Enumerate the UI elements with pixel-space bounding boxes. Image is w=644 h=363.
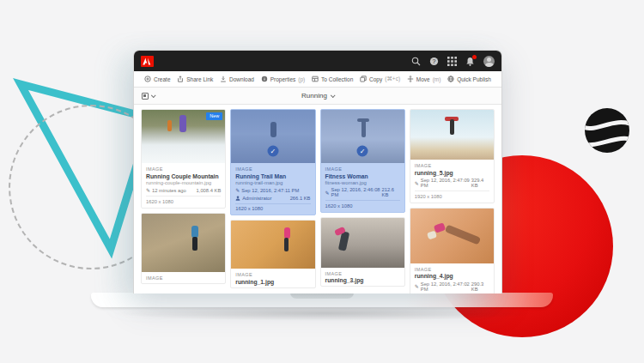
thumbnail-image: ✓ <box>231 110 314 163</box>
thumbnail-image: New <box>142 110 225 163</box>
selected-check-icon[interactable]: ✓ <box>357 146 368 157</box>
asset-title: Running Couple Mountain <box>146 173 221 179</box>
notifications-bell[interactable] <box>465 57 475 66</box>
asset-grid: New IMAGE Running Couple Mountain runnin… <box>134 105 501 293</box>
thumbnail-image <box>410 209 494 263</box>
new-badge: New <box>206 112 222 120</box>
grid-column: ✓ IMAGE Fitness Woman fitness-woman.jpg … <box>320 109 405 287</box>
card-view-icon <box>142 93 149 100</box>
thumbnail-image <box>410 110 494 160</box>
asset-title: Fitness Woman <box>325 173 400 179</box>
share-link-button[interactable]: Share Link <box>177 76 213 82</box>
asset-modified: Sep 12, 2016, 2:47:02 PM <box>421 281 471 292</box>
collection-title-dropdown[interactable]: Running <box>301 92 334 100</box>
laptop-notch <box>290 293 354 299</box>
asset-title: running_3.jpg <box>325 277 400 283</box>
asset-type-label: IMAGE <box>325 166 400 172</box>
asset-modified: Sep 12, 2016, 2:47:09 PM <box>421 178 471 188</box>
user-avatar[interactable] <box>483 56 495 67</box>
edit-icon: ✎ <box>415 180 419 186</box>
asset-type-label: IMAGE <box>415 163 489 168</box>
asset-dimensions: 1620 x 1080 <box>325 203 400 209</box>
share-icon <box>177 76 184 82</box>
copy-icon <box>360 76 367 82</box>
create-button[interactable]: Create <box>144 76 171 82</box>
app-topbar: ? <box>134 51 501 71</box>
asset-size: 1,008.4 KB <box>197 188 222 193</box>
laptop-base <box>91 293 553 307</box>
asset-title: running_1.jpg <box>235 279 310 285</box>
create-icon <box>144 76 151 82</box>
asset-title: running_4.jpg <box>415 273 489 279</box>
asset-card-running-4[interactable]: IMAGE running_4.jpg ✎Sep 12, 2016, 2:47:… <box>410 208 495 294</box>
asset-size: 329.4 KB <box>471 178 489 188</box>
selected-check-icon[interactable]: ✓ <box>267 146 278 157</box>
asset-type-label: IMAGE <box>325 271 400 276</box>
asset-type-label: IMAGE <box>235 166 310 172</box>
asset-filename: fitness-woman.jpg <box>325 180 400 185</box>
chevron-down-icon <box>151 93 156 98</box>
asset-card-fitness-woman[interactable]: ✓ IMAGE Fitness Woman fitness-woman.jpg … <box>320 109 405 213</box>
edit-icon: ✎ <box>146 187 150 193</box>
notification-badge <box>472 55 477 59</box>
collection-icon <box>312 76 319 82</box>
move-button[interactable]: Move (m) <box>407 76 441 82</box>
aem-assets-window: ? Create Share Link Download Properties … <box>133 50 502 293</box>
thumbnail-image <box>142 214 225 272</box>
asset-card[interactable]: IMAGE <box>141 213 226 284</box>
view-switcher[interactable] <box>142 93 155 100</box>
brand-mark-logo <box>583 106 631 154</box>
copy-button[interactable]: Copy (⌘+c) <box>360 76 400 82</box>
info-icon <box>261 76 268 82</box>
asset-action-toolbar: Create Share Link Download Properties (p… <box>134 71 501 88</box>
laptop-shadow <box>110 306 539 321</box>
thumbnail-image: ✓ <box>321 110 404 163</box>
asset-modified: Sep 12, 2016, 2:47:11 PM <box>241 188 299 193</box>
asset-title: running_5.jpg <box>415 170 489 176</box>
asset-modified: 12 minutes ago <box>152 188 186 193</box>
asset-dimensions: 1620 x 1080 <box>146 199 221 205</box>
asset-type-label: IMAGE <box>146 166 221 172</box>
asset-modified: Sep 12, 2016, 2:46:08 PM <box>331 187 382 197</box>
edit-icon: ✎ <box>325 190 330 196</box>
asset-card-running-trail-man[interactable]: ✓ IMAGE Running Trail Man running-trail-… <box>230 109 315 215</box>
asset-filename: running-trail-man.jpg <box>235 180 310 185</box>
download-button[interactable]: Download <box>220 76 254 82</box>
download-icon <box>220 76 227 82</box>
app-grid-icon[interactable] <box>447 57 457 66</box>
asset-dimensions: 1620 x 1080 <box>235 206 310 212</box>
properties-button[interactable]: Properties (p) <box>261 76 306 82</box>
move-icon <box>407 76 414 82</box>
thumbnail-image <box>321 218 404 268</box>
asset-author: Administrator <box>242 196 271 201</box>
grid-column: New IMAGE Running Couple Mountain runnin… <box>141 109 226 284</box>
asset-dimensions: 1920 x 1080 <box>415 194 489 200</box>
thumbnail-image <box>231 221 314 269</box>
adobe-logo-icon[interactable] <box>141 56 154 67</box>
globe-icon <box>447 76 454 82</box>
asset-size: 266.1 KB <box>290 196 311 201</box>
grid-column: IMAGE running_5.jpg ✎Sep 12, 2016, 2:47:… <box>410 109 495 293</box>
edit-icon: ✎ <box>415 283 419 289</box>
edit-icon: ✎ <box>235 187 240 193</box>
quick-publish-button[interactable]: Quick Publish <box>447 76 491 82</box>
help-icon[interactable]: ? <box>429 57 439 66</box>
asset-size: 290.3 KB <box>471 281 489 292</box>
chevron-down-icon <box>331 93 336 98</box>
svg-text:?: ? <box>433 58 436 64</box>
asset-type-label: IMAGE <box>146 275 221 281</box>
asset-filename: running-couple-mountain.jpg <box>146 180 221 185</box>
asset-card-running-couple-mountain[interactable]: New IMAGE Running Couple Mountain runnin… <box>141 109 226 209</box>
grid-column: ✓ IMAGE Running Trail Man running-trail-… <box>230 109 315 288</box>
asset-title: Running Trail Man <box>235 173 310 179</box>
view-header: Running <box>134 88 501 105</box>
user-icon <box>235 196 240 201</box>
asset-size: 212.6 KB <box>382 187 400 197</box>
to-collection-button[interactable]: To Collection <box>312 76 353 82</box>
asset-type-label: IMAGE <box>235 272 310 277</box>
asset-card-running-5[interactable]: IMAGE running_5.jpg ✎Sep 12, 2016, 2:47:… <box>410 109 495 203</box>
search-icon[interactable] <box>411 57 421 66</box>
asset-type-label: IMAGE <box>415 267 489 272</box>
asset-card-running-3[interactable]: IMAGE running_3.jpg <box>320 217 405 287</box>
asset-card-running-1[interactable]: IMAGE running_1.jpg <box>230 220 315 288</box>
